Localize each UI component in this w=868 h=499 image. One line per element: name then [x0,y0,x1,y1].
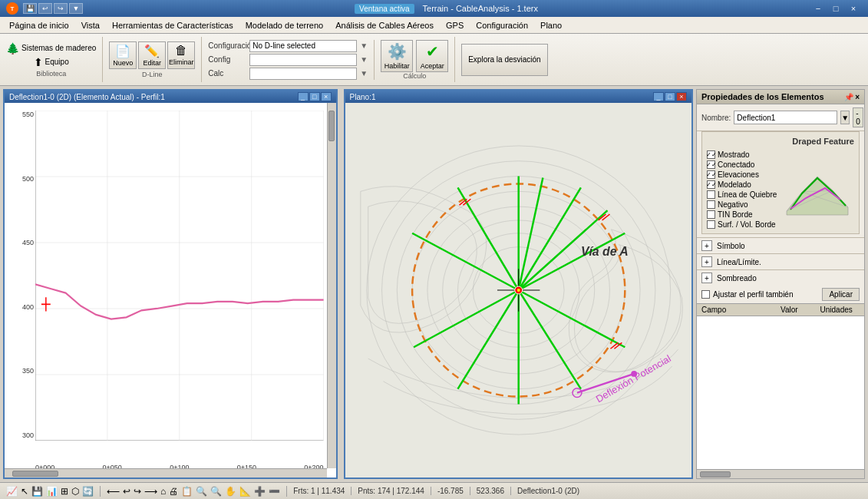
rp-close-icon[interactable]: × [855,93,860,101]
aceptar-button[interactable]: ✔ Aceptar [416,40,448,72]
cb-quiebre[interactable]: Línea de Quiebre [707,190,777,199]
cb-surfvol-box[interactable] [707,220,715,229]
status-frts-value: Frts: 1 | 11.434 [293,487,345,495]
status-icon-grid[interactable]: ⊞ [61,486,68,497]
menu-pagina-inicio[interactable]: Página de inicio [3,19,75,31]
nuevo-button[interactable]: 📄 Nuevo [109,41,137,69]
status-nav-back[interactable]: ↩ [123,486,130,497]
close-button[interactable]: × [845,2,862,15]
status-icon-layers[interactable]: ⬡ [71,486,79,497]
chart-scrollbar-thumb-v[interactable] [328,111,335,141]
dline-config-input[interactable] [249,40,357,52]
chart-scrollbar-thumb-h[interactable] [12,471,58,477]
cb-elevaciones[interactable]: ✓ Elevaciones [707,170,777,179]
cb-elevaciones-box[interactable]: ✓ [707,170,715,179]
cb-conectado[interactable]: ✓ Conectado [707,160,777,169]
name-input[interactable] [734,111,837,124]
map-close[interactable]: × [676,92,687,101]
status-icon-save2[interactable]: 💾 [31,486,43,497]
menu-herramientas[interactable]: Herramientas de Características [106,19,239,31]
maximize-button[interactable]: □ [827,2,844,15]
calc-input[interactable] [249,68,357,80]
status-copy[interactable]: 📋 [181,486,193,497]
status-icon-table[interactable]: 📊 [46,486,58,497]
right-scrollbar-thumb[interactable] [700,471,731,478]
cb-conectado-box[interactable]: ✓ [707,160,715,169]
biblioteca-label: Biblioteca [36,70,66,78]
cb-tinborde-box[interactable] [707,210,715,219]
sombreado-expand[interactable]: + [701,273,712,283]
sombreado-row[interactable]: + Sombreado [697,269,864,286]
eliminar-button[interactable]: 🗑 Eliminar [167,41,195,69]
status-print[interactable]: 🖨 [169,486,178,497]
quick-access-menu[interactable]: ▼ [69,3,83,14]
quick-access-undo[interactable]: ↩ [38,3,52,14]
map-maximize[interactable]: □ [665,92,675,101]
chart-scrollbar-v[interactable] [327,103,336,468]
cb-modelado-box[interactable]: ✓ [707,180,715,189]
habilitar-button[interactable]: ⚙️ Habilitar [381,40,413,72]
name-dropdown-btn[interactable]: ▼ [840,111,850,124]
status-nav-right[interactable]: ⟶ [144,486,157,497]
name-counter[interactable]: - 0 [853,107,863,127]
menu-modelado[interactable]: Modelado de terreno [239,19,330,31]
status-nav-home[interactable]: ⌂ [160,486,166,497]
map-minimize[interactable]: _ [653,92,664,101]
simbolo-label: Símbolo [717,242,745,250]
right-scrollbar-h[interactable] [697,469,864,478]
simbolo-expand[interactable]: + [701,240,712,251]
cb-surfvol[interactable]: Surf. / Vol. Borde [707,220,777,229]
menu-plano[interactable]: Plano [534,19,568,31]
chart-svg [35,111,324,441]
status-icon-pointer[interactable]: ↖ [21,486,28,497]
status-nav-left[interactable]: ⟵ [107,486,120,497]
cb-negativo-box[interactable] [707,200,715,209]
adjust-checkbox[interactable] [701,290,710,299]
sombreado-label: Sombreado [717,274,757,283]
linea-row[interactable]: + Línea/Límite. [697,253,864,269]
map-panel-title: Plano:1 _ □ × [345,91,691,103]
cb-mostrado[interactable]: ✓ Mostrado [707,150,777,159]
cb-negativo[interactable]: Negativo [707,200,777,209]
cb-quiebre-box[interactable] [707,190,715,199]
rp-pin-icon[interactable]: 📌 [844,93,853,101]
chart-maximize[interactable]: □ [309,92,320,101]
menu-analisis[interactable]: Análisis de Cables Aéreos [329,19,440,31]
cb-tinborde[interactable]: TIN Borde [707,210,777,219]
cb-modelado[interactable]: ✓ Modelado [707,180,777,189]
status-zoom-out[interactable]: 🔍 [210,486,222,497]
quick-access-save[interactable]: 💾 [23,3,37,14]
status-tools: 📈 ↖ 💾 📊 ⊞ ⬡ 🔄 [6,486,101,497]
status-plus[interactable]: ➕ [254,486,266,497]
menu-configuracion[interactable]: Configuración [470,19,534,31]
chart-panel: Deflection1-0 (2D) (Elemento Actual) - P… [3,89,338,479]
th-valor: Valor [781,306,820,314]
cb-elevaciones-label: Elevaciones [718,170,759,179]
status-icon-rotate[interactable]: 🔄 [82,486,94,497]
chart-minimize[interactable]: _ [298,92,309,101]
minimize-button[interactable]: − [810,2,827,15]
simbolo-row[interactable]: + Símbolo [697,237,864,253]
config2-input[interactable] [249,54,357,66]
explora-button[interactable]: Explora la desviación [461,44,548,76]
menu-vista[interactable]: Vista [75,19,106,31]
menu-gps[interactable]: GPS [440,19,470,31]
editar-button[interactable]: ✏️ Editar [138,41,166,69]
apply-button[interactable]: Aplicar [822,288,860,301]
status-hand[interactable]: ✋ [225,486,236,497]
status-measure[interactable]: 📐 [239,486,251,497]
chart-scrollbar-h[interactable] [5,468,327,478]
th-campo: Campo [701,306,781,314]
quick-access-redo[interactable]: ↪ [54,3,68,14]
title-bar-center: Ventana activa Terrain - CableAnalysis -… [83,4,810,13]
status-icon-graph[interactable]: 📈 [6,486,18,497]
status-minus[interactable]: ➖ [269,486,280,497]
status-frts: Frts: 1 | 11.434 [293,487,351,495]
status-zoom-in[interactable]: 🔍 [196,486,207,497]
cb-mostrado-box[interactable]: ✓ [707,150,715,159]
map-canvas[interactable]: Vía de A Deflexión Potencial [345,103,691,478]
chart-close[interactable]: × [321,92,332,101]
status-nav-fwd[interactable]: ↪ [134,486,141,497]
linea-expand[interactable]: + [701,256,712,267]
adjust-label: Ajustar el perfil también [713,290,819,299]
